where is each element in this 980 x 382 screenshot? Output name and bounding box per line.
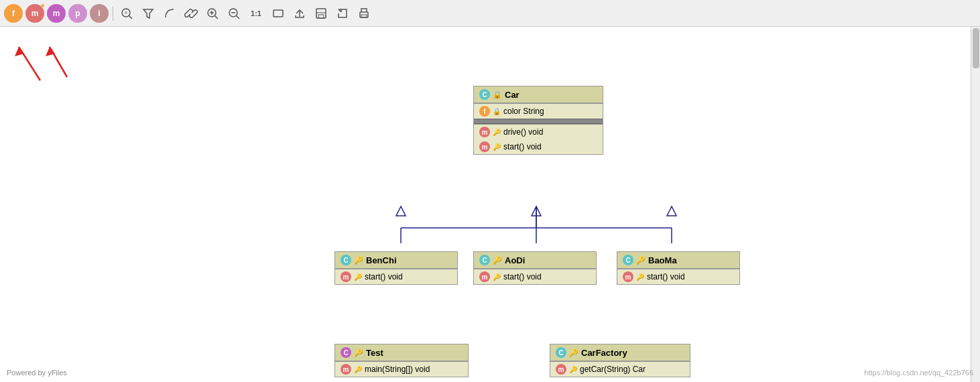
svg-rect-13 [316, 9, 326, 18]
key-test: 🔑 [354, 366, 362, 373]
annotation-arrows [0, 27, 201, 161]
svg-marker-26 [532, 206, 541, 216]
badge-m-drive: m [479, 127, 490, 137]
toolbar-btn-i[interactable]: i [90, 4, 109, 23]
method-main-name: main(String[]) void [365, 365, 430, 374]
method-drive-name: drive() void [503, 127, 543, 137]
badge-m-aodi: m [479, 271, 490, 282]
fit-view-icon[interactable] [269, 4, 288, 23]
class-carfactory[interactable]: C 🔑 CarFactory m 🔑 getCar(String) Car [550, 344, 690, 377]
toolbar-btn-m2[interactable]: m [47, 4, 66, 23]
arrows-svg [0, 27, 980, 382]
class-aodi-methods: m 🔑 start() void [474, 269, 596, 284]
class-benchi-header: C 🔑 BenChi [335, 252, 457, 269]
key-drive: 🔑 [493, 129, 501, 136]
class-car-header: C 🔒 Car [474, 86, 603, 103]
zoom-in-icon[interactable] [203, 4, 222, 23]
class-carfactory-methods: m 🔑 getCar(String) Car [550, 361, 690, 377]
class-test-name: Test [366, 348, 383, 358]
class-test-methods: m 🔑 main(String[]) void [335, 361, 468, 377]
badge-c-car: C [479, 89, 490, 100]
diagram-canvas[interactable]: C 🔒 Car f 🔒 color String m 🔑 drive() voi… [0, 27, 980, 382]
svg-line-7 [215, 15, 219, 19]
lock-carfactory: 🔑 [569, 348, 578, 357]
method-start-baoma: m 🔑 start() void [617, 269, 739, 284]
class-car-fields: f 🔒 color String [474, 103, 603, 119]
toolbar-btn-f[interactable]: f [4, 4, 23, 23]
lock-benchi: 🔑 [354, 256, 363, 265]
svg-marker-29 [15, 47, 24, 56]
class-aodi[interactable]: C 🔑 AoDi m 🔑 start() void [473, 251, 597, 285]
method-main-test: m 🔑 main(String[]) void [335, 362, 468, 377]
class-carfactory-header: C 🔑 CarFactory [550, 344, 690, 361]
curve-icon[interactable] [160, 4, 179, 23]
class-benchi[interactable]: C 🔑 BenChi m 🔑 start() void [334, 251, 458, 285]
share-icon[interactable] [290, 4, 309, 23]
key-start-car: 🔑 [493, 143, 501, 151]
method-start-benchi: m 🔑 start() void [335, 269, 457, 284]
key-aodi: 🔑 [493, 273, 501, 281]
toolbar-btn-p[interactable]: p [68, 4, 87, 23]
method-getcar: m 🔑 getCar(String) Car [550, 362, 690, 377]
class-baoma-methods: m 🔑 start() void [617, 269, 739, 284]
badge-f: f [479, 106, 490, 117]
svg-marker-27 [667, 206, 676, 216]
badge-m-start-car: m [479, 141, 490, 152]
class-car-divider [474, 119, 603, 124]
class-baoma[interactable]: C 🔑 BaoMa m 🔑 start() void [617, 251, 740, 285]
badge-c-aodi: C [479, 255, 490, 265]
badge-c-baoma: C [623, 255, 633, 265]
badge-m-carfactory: m [556, 364, 566, 375]
class-carfactory-name: CarFactory [581, 348, 627, 358]
method-getcar-name: getCar(String) Car [580, 365, 646, 374]
svg-point-2 [125, 11, 127, 14]
svg-marker-25 [396, 206, 406, 216]
key-benchi: 🔑 [354, 273, 362, 281]
lock-car: 🔒 [493, 90, 502, 99]
badge-m-test: m [341, 364, 351, 375]
footer-powered-by: Powered by yFiles [7, 369, 67, 377]
class-baoma-name: BaoMa [648, 255, 677, 265]
lock-baoma: 🔑 [636, 256, 646, 265]
footer-url: https://blog.csdn.net/qq_422b766 [864, 369, 973, 377]
badge-c-carfactory: C [556, 347, 566, 358]
class-aodi-header: C 🔑 AoDi [474, 252, 596, 269]
badge-m-benchi: m [341, 271, 351, 282]
key-baoma: 🔑 [636, 273, 644, 281]
lock-test: 🔑 [354, 348, 363, 357]
lock-color: 🔒 [493, 108, 501, 115]
method-drive: m 🔑 drive() void [474, 125, 603, 139]
badge-c-test: C [341, 347, 351, 358]
field-color-name: color String [503, 107, 544, 116]
badge-c-benchi: C [341, 255, 351, 265]
class-baoma-header: C 🔑 BaoMa [617, 252, 739, 269]
save-icon[interactable] [312, 4, 330, 23]
svg-marker-31 [46, 47, 55, 56]
class-car[interactable]: C 🔒 Car f 🔒 color String m 🔑 drive() voi… [473, 86, 603, 155]
method-start-aodi: m 🔑 start() void [474, 269, 596, 284]
scrollbar-thumb[interactable] [973, 28, 979, 68]
class-benchi-name: BenChi [366, 255, 397, 265]
field-color: f 🔒 color String [474, 104, 603, 119]
class-test-header: C 🔑 Test [335, 344, 468, 361]
badge-m-baoma: m [623, 271, 633, 282]
filter-icon[interactable] [139, 4, 158, 23]
toolbar-btn-m-star[interactable]: m ★ [25, 4, 44, 23]
method-start-baoma-name: start() void [647, 272, 685, 281]
svg-line-28 [19, 47, 40, 80]
class-car-methods: m 🔑 drive() void m 🔑 start() void [474, 124, 603, 154]
print-icon[interactable] [355, 4, 373, 23]
class-aodi-name: AoDi [505, 255, 525, 265]
toolbar: f m ★ m p i 1:1 [0, 0, 980, 27]
zoom-reset-btn[interactable]: 1:1 [246, 4, 266, 23]
class-car-name: Car [505, 90, 519, 100]
method-start-car: m 🔑 start() void [474, 139, 603, 154]
zoom-out-icon[interactable] [225, 4, 243, 23]
class-test[interactable]: C 🔑 Test m 🔑 main(String[]) void [334, 344, 469, 377]
zoom-view-icon[interactable] [117, 4, 136, 23]
class-benchi-methods: m 🔑 start() void [335, 269, 457, 284]
export-icon[interactable] [333, 4, 352, 23]
link-icon[interactable] [182, 4, 200, 23]
method-start-car-name: start() void [503, 142, 542, 151]
scrollbar[interactable] [971, 27, 980, 382]
